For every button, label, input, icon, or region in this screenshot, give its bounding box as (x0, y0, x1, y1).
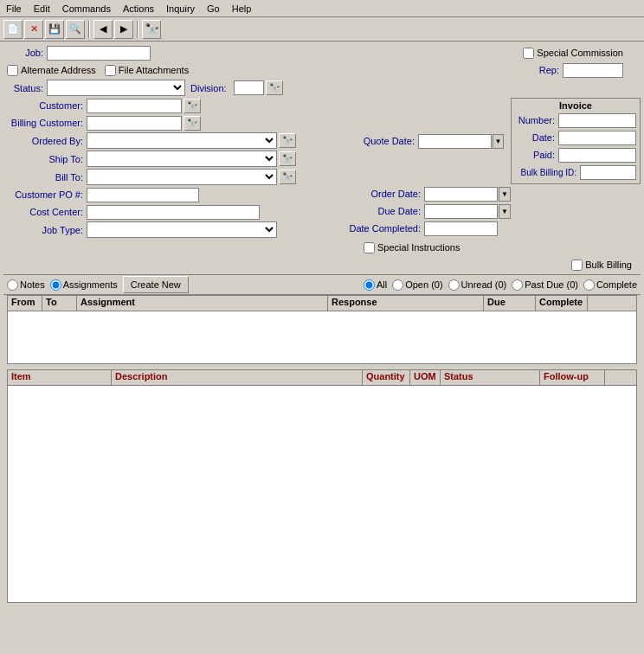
due-date-cal-button[interactable]: ▼ (499, 204, 511, 219)
cost-center-input[interactable] (87, 205, 260, 220)
new-button[interactable]: 📄 (3, 20, 23, 39)
forward-button[interactable]: ▶ (114, 20, 133, 39)
items-col-status: Status (441, 370, 540, 385)
quote-date-input[interactable] (418, 134, 492, 149)
ship-to-select[interactable] (87, 151, 277, 167)
unread-label: Unread (0) (461, 279, 507, 290)
bill-to-search-button[interactable]: 🔭 (279, 170, 296, 184)
complete-radio[interactable] (583, 279, 595, 291)
special-commission-checkbox-label[interactable]: Special Commission (523, 48, 623, 59)
menu-file[interactable]: File (3, 3, 24, 14)
all-radio-label[interactable]: All (364, 279, 387, 291)
bulk-billing-id-input[interactable] (580, 165, 636, 180)
job-type-select[interactable]: Standard Rush Project (87, 221, 277, 238)
past-due-radio[interactable] (512, 279, 523, 291)
menu-inquiry[interactable]: Inquiry (164, 3, 197, 14)
invoice-number-row: Number: (515, 112, 636, 128)
job-input[interactable] (47, 46, 151, 61)
menu-help[interactable]: Help (229, 3, 254, 14)
notes-radio-label[interactable]: Notes (7, 279, 45, 291)
order-date-input[interactable] (424, 187, 498, 202)
past-due-label: Past Due (0) (525, 279, 578, 290)
main-content: Job: Special Commission Alternate Addres… (0, 42, 644, 654)
special-instructions-label[interactable]: Special Instructions (364, 242, 460, 253)
status-label: Status: (3, 83, 47, 93)
file-attachments-label[interactable]: File Attachments (105, 65, 189, 76)
division-input[interactable] (234, 80, 264, 95)
assignments-radio[interactable] (50, 279, 61, 291)
col-from: From (8, 296, 42, 311)
menu-go[interactable]: Go (204, 3, 222, 14)
special-commission-checkbox[interactable] (523, 48, 534, 59)
quote-date-row: Quote Date: ▼ Invoice Number: Date: (346, 98, 641, 184)
bulk-billing-checkbox[interactable] (571, 260, 583, 271)
assignment-grid-body (8, 311, 636, 363)
all-radio[interactable] (364, 279, 375, 291)
invoice-date-row: Date: (515, 130, 636, 145)
past-due-radio-label[interactable]: Past Due (0) (512, 279, 578, 291)
save-button[interactable]: 💾 (45, 20, 64, 39)
rep-label: Rep: (537, 65, 563, 75)
assignments-radio-label[interactable]: Assignments (50, 279, 118, 291)
bulk-billing-id-label: Bulk Billing ID: (515, 168, 580, 177)
open-radio[interactable] (392, 279, 403, 291)
status-select[interactable]: Active Inactive Pending (47, 80, 185, 96)
customer-input[interactable] (87, 99, 182, 113)
items-col-item: Item (8, 370, 112, 385)
invoice-paid-input[interactable] (558, 148, 636, 163)
complete-radio-label[interactable]: Complete (583, 279, 637, 291)
due-date-input[interactable] (424, 204, 498, 219)
customer-row: Customer: 🔭 (3, 98, 343, 113)
division-label: Division: (190, 83, 230, 93)
menu-bar: File Edit Commands Actions Inquiry Go He… (0, 0, 644, 17)
bulk-billing-label[interactable]: Bulk Billing (571, 260, 632, 271)
ordered-by-search-button[interactable]: 🔭 (279, 133, 296, 148)
file-attachments-checkbox[interactable] (105, 65, 116, 76)
invoice-number-input[interactable] (558, 113, 636, 128)
customer-po-input[interactable] (87, 188, 199, 202)
invoice-box: Invoice Number: Date: Paid: (511, 98, 641, 184)
items-col-description: Description (112, 370, 363, 385)
assignment-grid: From To Assignment Response Due Complete (7, 295, 637, 364)
ordered-by-select[interactable] (87, 132, 277, 149)
billing-customer-row: Billing Customer: 🔭 (3, 115, 343, 131)
cost-center-row: Cost Center: (3, 204, 343, 220)
customer-po-label: Customer PO #: (3, 189, 87, 200)
assignments-bar: Notes Assignments Create New All Open (0… (3, 274, 641, 295)
back-button[interactable]: ◀ (93, 20, 113, 39)
ordered-by-label: Ordered By: (3, 136, 87, 146)
items-col-uom: UOM (410, 370, 441, 385)
unread-radio-label[interactable]: Unread (0) (448, 279, 507, 291)
billing-customer-input[interactable] (87, 116, 182, 131)
special-instructions-checkbox[interactable] (364, 242, 375, 253)
alternate-address-label[interactable]: Alternate Address (7, 65, 96, 76)
rep-input[interactable] (563, 63, 623, 78)
billing-customer-search-button[interactable]: 🔭 (184, 116, 201, 131)
invoice-date-input[interactable] (558, 131, 636, 145)
notes-label: Notes (20, 279, 45, 290)
menu-commands[interactable]: Commands (60, 3, 113, 14)
alternate-address-checkbox[interactable] (7, 65, 18, 76)
bill-to-select[interactable] (87, 169, 277, 185)
ship-to-row: Ship To: 🔭 (3, 151, 343, 167)
bill-to-row: Bill To: 🔭 (3, 169, 343, 185)
notes-radio[interactable] (7, 279, 18, 291)
order-date-cal-button[interactable]: ▼ (499, 187, 511, 202)
items-grid: Item Description Quantity UOM Status Fol… (7, 369, 637, 603)
special-instructions-text: Special Instructions (377, 242, 460, 253)
menu-edit[interactable]: Edit (31, 3, 53, 14)
open-radio-label[interactable]: Open (0) (392, 279, 442, 291)
search-button[interactable]: 🔍 (66, 20, 85, 39)
customer-search-button[interactable]: 🔭 (184, 99, 201, 113)
date-completed-input[interactable] (424, 221, 498, 236)
menu-actions[interactable]: Actions (120, 3, 157, 14)
create-new-button[interactable]: Create New (123, 276, 189, 293)
division-search-button[interactable]: 🔭 (266, 80, 283, 95)
bulk-billing-row: Bulk Billing (346, 257, 641, 272)
delete-button[interactable]: ✕ (24, 20, 43, 39)
quote-date-cal-button[interactable]: ▼ (493, 134, 504, 149)
unread-radio[interactable] (448, 279, 460, 291)
ship-to-search-button[interactable]: 🔭 (279, 151, 296, 166)
find-button[interactable]: 🔭 (142, 20, 161, 39)
bulk-billing-id-row: Bulk Billing ID: (515, 164, 636, 180)
